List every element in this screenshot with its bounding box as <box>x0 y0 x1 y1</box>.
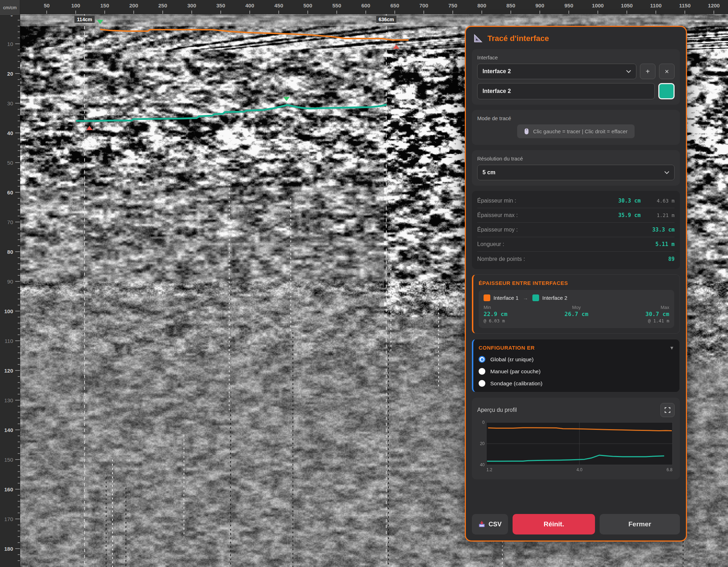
reset-button[interactable]: Réinit. <box>513 514 595 534</box>
moy-label: Moy <box>545 305 607 310</box>
radio-manuel[interactable]: Manuel (par couche) <box>479 368 674 375</box>
moy-value: 26.7 cm <box>545 311 607 317</box>
close-button[interactable]: Fermer <box>600 514 680 534</box>
mode-hint: Clic gauche = tracer | Clic droit = effa… <box>517 124 635 138</box>
thickness-moy: Moy 26.7 cm <box>545 305 607 323</box>
depth-ruler: 0102030405060708090100110120130140150160… <box>0 14 20 567</box>
profile-mini-chart: 020401.24.06.8 <box>477 420 675 474</box>
add-interface-button[interactable]: + <box>640 64 655 79</box>
interface-label: Interface <box>477 54 675 60</box>
panel-actions: CSV Réinit. Fermer <box>472 514 680 534</box>
radio-icon <box>479 356 485 363</box>
moy-position <box>545 318 607 323</box>
interface-2-name: Interface 2 <box>542 295 567 301</box>
gpr-workspace: 114cm636cm 05010015020025030035040045050… <box>0 0 728 567</box>
stat-value: 30.3 cm <box>618 198 641 204</box>
thickness-stats-box: Interface 1 → Interface 2 Min 22.9 cm @ … <box>479 290 674 328</box>
svg-text:0: 0 <box>482 420 485 425</box>
max-position: @ 1.41 m <box>607 318 669 323</box>
interface-select[interactable]: Interface 2 <box>477 64 636 79</box>
mode-hint-text: Clic gauche = tracer | Clic droit = effa… <box>533 128 628 134</box>
mouse-icon <box>524 128 529 135</box>
horizontal-ruler: 0501001502002503003504004505005506006507… <box>0 0 728 14</box>
collapse-icon[interactable]: ▼ <box>669 345 674 351</box>
stat-extra: 4.63 m <box>641 198 675 204</box>
set-square-icon <box>473 34 483 43</box>
interface-1-swatch <box>484 294 490 301</box>
stat-row-longueur: Longueur : 5.11 m <box>477 237 675 252</box>
mode-section: Mode de tracé Clic gauche = tracer | Cli… <box>472 110 680 145</box>
csv-button-label: CSV <box>489 521 502 528</box>
resolution-section: Résolution du tracé 5 cm <box>472 150 680 186</box>
interface-1-name: Interface 1 <box>493 295 519 301</box>
chevron-down-icon <box>626 70 631 73</box>
configuration-er-section: CONFIGURATION ER ▼ Global (εr unique) Ma… <box>472 339 680 392</box>
mode-label: Mode de tracé <box>477 115 675 121</box>
stat-row-nombre-points: Nombre de points : 89 <box>477 252 675 266</box>
min-label: Min <box>484 305 545 310</box>
interface-name-input[interactable] <box>477 83 655 99</box>
profile-preview-section: Aperçu du profil 020401.24.06.8 <box>472 398 680 479</box>
stat-value: 89 <box>668 256 675 262</box>
svg-text:4.0: 4.0 <box>577 467 583 472</box>
min-position: @ 6.03 m <box>484 318 545 323</box>
preview-label: Aperçu du profil <box>477 407 517 413</box>
svg-text:1.2: 1.2 <box>486 467 492 472</box>
download-icon <box>478 521 485 528</box>
stat-value: 33.3 cm <box>652 227 675 233</box>
ruler-unit-label: cm/cm <box>0 0 20 16</box>
cursor-position-label: 636cm <box>376 16 397 23</box>
stat-row-epaisseur-max: Épaisseur max : 35.9 cm 1.21 m <box>477 208 675 223</box>
configuration-er-title: CONFIGURATION ER <box>479 345 535 351</box>
radio-manuel-label: Manuel (par couche) <box>490 368 541 375</box>
interface-2-swatch <box>532 294 539 301</box>
fullscreen-icon <box>664 407 671 413</box>
chevron-down-icon <box>664 171 669 174</box>
thickness-max: Max 30.7 cm @ 1.41 m <box>607 305 669 323</box>
cursor-position-label: 114cm <box>74 16 95 23</box>
stat-label: Épaisseur max : <box>477 212 618 218</box>
thickness-section-title: ÉPAISSEUR ENTRE INTERFACES <box>479 280 674 286</box>
expand-button[interactable] <box>660 403 675 417</box>
stats-section: Épaisseur min : 30.3 cm 4.63 m Épaisseur… <box>472 191 680 269</box>
svg-text:20: 20 <box>480 441 485 446</box>
resolution-select[interactable]: 5 cm <box>477 165 675 180</box>
stat-label: Longueur : <box>477 241 655 247</box>
radio-global[interactable]: Global (εr unique) <box>479 356 674 363</box>
svg-text:40: 40 <box>480 462 485 467</box>
svg-text:6.8: 6.8 <box>666 467 672 472</box>
radio-icon <box>479 368 485 375</box>
stat-label: Nombre de points : <box>477 256 668 262</box>
min-value: 22.9 cm <box>484 311 545 317</box>
trace-interface-panel: Tracé d'interface Interface Interface 2 … <box>465 26 687 542</box>
arrow-icon: → <box>523 295 528 301</box>
stat-row-epaisseur-min: Épaisseur min : 30.3 cm 4.63 m <box>477 194 675 208</box>
stat-value: 5.11 m <box>655 241 675 247</box>
stat-value: 35.9 cm <box>618 212 641 218</box>
stat-label: Épaisseur min : <box>477 198 618 204</box>
stat-row-epaisseur-moy: Épaisseur moy : 33.3 cm <box>477 223 675 237</box>
csv-export-button[interactable]: CSV <box>472 514 508 534</box>
interface-select-value: Interface 2 <box>483 68 511 75</box>
panel-title: Tracé d'interface <box>487 34 549 43</box>
radio-sondage-label: Sondage (calibration) <box>490 380 542 387</box>
resolution-select-value: 5 cm <box>483 169 495 176</box>
stat-label: Épaisseur moy : <box>477 227 652 233</box>
panel-header: Tracé d'interface <box>472 33 680 44</box>
interface-section: Interface Interface 2 + × <box>472 49 680 105</box>
thickness-between-interfaces-section: ÉPAISSEUR ENTRE INTERFACES Interface 1 →… <box>472 274 680 334</box>
max-value: 30.7 cm <box>607 311 669 317</box>
radio-icon <box>479 380 485 387</box>
stat-extra: 1.21 m <box>641 212 675 218</box>
max-label: Max <box>607 305 669 310</box>
radio-sondage[interactable]: Sondage (calibration) <box>479 380 674 387</box>
remove-interface-button[interactable]: × <box>659 64 675 79</box>
radio-global-label: Global (εr unique) <box>490 356 533 363</box>
thickness-min: Min 22.9 cm @ 6.03 m <box>484 305 545 323</box>
interface-pair-legend: Interface 1 → Interface 2 <box>484 294 669 301</box>
resolution-label: Résolution du tracé <box>477 156 675 162</box>
interface-color-swatch[interactable] <box>658 83 675 99</box>
